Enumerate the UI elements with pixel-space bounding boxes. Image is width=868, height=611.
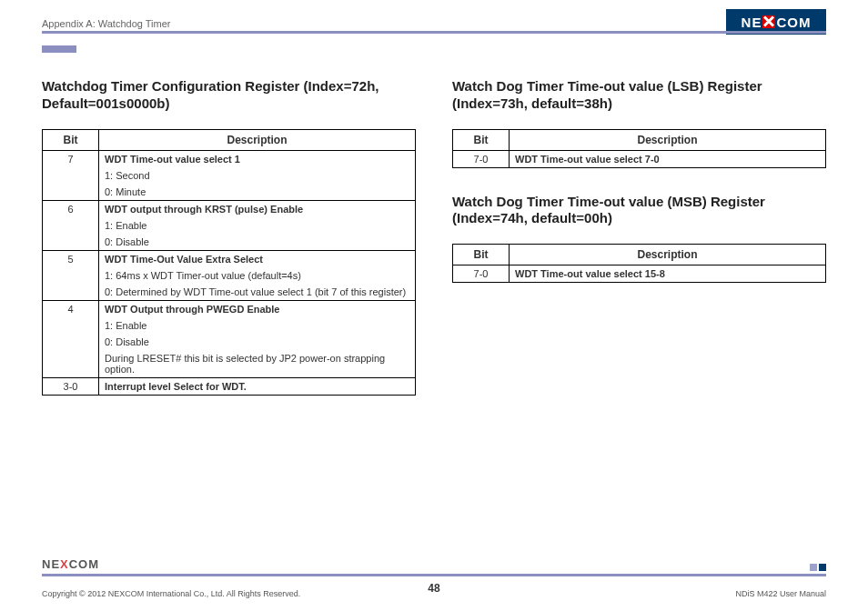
desc-cell: 0: Disable bbox=[99, 234, 416, 251]
th-bit: Bit bbox=[453, 245, 510, 265]
bit-cell bbox=[43, 184, 99, 201]
bit-cell bbox=[43, 234, 99, 251]
footer-logo-left: NE bbox=[42, 557, 60, 571]
footer-rule bbox=[42, 574, 826, 576]
desc-cell: Interrupt level Select for WDT. bbox=[99, 377, 416, 395]
bit-cell: 5 bbox=[43, 250, 99, 267]
page-number: 48 bbox=[428, 582, 439, 595]
desc-cell: WDT Output through PWEGD Enable bbox=[99, 300, 416, 317]
content-area: Watchdog Timer Configuration Register (I… bbox=[42, 78, 826, 421]
left-column: Watchdog Timer Configuration Register (I… bbox=[42, 78, 416, 421]
table-row: 7-0WDT Time-out value select 15-8 bbox=[453, 265, 826, 283]
desc-cell: WDT Time-out value select 1 bbox=[99, 150, 416, 167]
desc-cell: During LRESET# this bit is selected by J… bbox=[99, 350, 416, 378]
config-register-heading: Watchdog Timer Configuration Register (I… bbox=[42, 78, 416, 113]
footer-decoration bbox=[810, 564, 826, 571]
th-bit: Bit bbox=[453, 129, 510, 150]
table-row: 1: Enable bbox=[43, 317, 416, 334]
bit-cell: 7 bbox=[43, 150, 99, 167]
desc-cell: WDT Time-out value select 7-0 bbox=[510, 150, 826, 167]
footer-logo: NEXCOM bbox=[42, 557, 99, 571]
bit-cell bbox=[43, 167, 99, 184]
bit-cell bbox=[43, 317, 99, 334]
th-bit: Bit bbox=[43, 129, 99, 150]
table-row: 0: Disable bbox=[43, 334, 416, 350]
logo-text-left: NE bbox=[742, 15, 762, 30]
table-row: 4WDT Output through PWEGD Enable bbox=[43, 300, 416, 317]
table-row: 1: 64ms x WDT Timer-out value (default=4… bbox=[43, 267, 416, 284]
logo-text-right: COM bbox=[776, 15, 811, 30]
footer-logo-x: X bbox=[60, 557, 69, 571]
deco-square-icon bbox=[810, 564, 817, 571]
table-row: 1: Second bbox=[43, 167, 416, 184]
table-row: 0: Determined by WDT Time-out value sele… bbox=[43, 284, 416, 301]
table-row: 5WDT Time-Out Value Extra Select bbox=[43, 250, 416, 267]
top-rule bbox=[42, 31, 826, 34]
th-desc: Description bbox=[510, 129, 826, 150]
logo-x-icon bbox=[762, 15, 775, 28]
deco-square-icon bbox=[819, 564, 826, 571]
table-row: 3-0Interrupt level Select for WDT. bbox=[43, 377, 416, 395]
desc-cell: 1: Enable bbox=[99, 317, 416, 334]
bit-cell: 3-0 bbox=[43, 377, 99, 395]
desc-cell: 0: Determined by WDT Time-out value sele… bbox=[99, 284, 416, 301]
msb-table: Bit Description 7-0WDT Time-out value se… bbox=[452, 244, 826, 283]
table-row: During LRESET# this bit is selected by J… bbox=[43, 350, 416, 378]
bit-cell: 4 bbox=[43, 300, 99, 317]
bit-cell bbox=[43, 334, 99, 350]
footer-logo-right: COM bbox=[69, 557, 99, 571]
th-desc: Description bbox=[510, 245, 826, 265]
desc-cell: 0: Disable bbox=[99, 334, 416, 350]
right-column: Watch Dog Timer Time-out value (LSB) Reg… bbox=[452, 78, 826, 421]
desc-cell: 1: Enable bbox=[99, 217, 416, 234]
manual-name: NDiS M422 User Manual bbox=[735, 589, 826, 598]
bit-cell: 7-0 bbox=[453, 265, 510, 283]
bit-cell bbox=[43, 217, 99, 234]
desc-cell: WDT output through KRST (pulse) Enable bbox=[99, 200, 416, 217]
bit-cell bbox=[43, 350, 99, 378]
bit-cell bbox=[43, 267, 99, 284]
desc-cell: WDT Time-Out Value Extra Select bbox=[99, 250, 416, 267]
lsb-heading: Watch Dog Timer Time-out value (LSB) Reg… bbox=[452, 78, 826, 113]
desc-cell: 1: Second bbox=[99, 167, 416, 184]
th-desc: Description bbox=[99, 129, 416, 150]
bit-cell: 7-0 bbox=[453, 150, 510, 167]
top-accent-block bbox=[42, 45, 76, 53]
table-row: 7WDT Time-out value select 1 bbox=[43, 150, 416, 167]
table-row: 6WDT output through KRST (pulse) Enable bbox=[43, 200, 416, 217]
table-row: 0: Disable bbox=[43, 234, 416, 251]
table-row: 7-0WDT Time-out value select 7-0 bbox=[453, 150, 826, 167]
table-row: 1: Enable bbox=[43, 217, 416, 234]
bit-cell bbox=[43, 284, 99, 301]
bit-cell: 6 bbox=[43, 200, 99, 217]
msb-heading: Watch Dog Timer Time-out value (MSB) Reg… bbox=[452, 194, 826, 228]
desc-cell: 1: 64ms x WDT Timer-out value (default=4… bbox=[99, 267, 416, 284]
copyright-text: Copyright © 2012 NEXCOM International Co… bbox=[42, 589, 300, 598]
desc-cell: WDT Time-out value select 15-8 bbox=[510, 265, 826, 283]
table-row: 0: Minute bbox=[43, 184, 416, 201]
config-register-table: Bit Description 7WDT Time-out value sele… bbox=[42, 129, 416, 396]
desc-cell: 0: Minute bbox=[99, 184, 416, 201]
lsb-table: Bit Description 7-0WDT Time-out value se… bbox=[452, 129, 826, 168]
